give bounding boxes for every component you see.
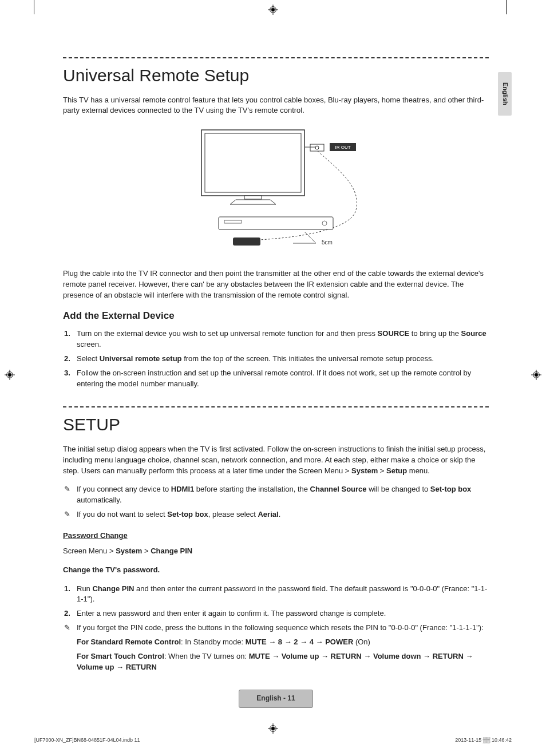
svg-rect-15: [310, 144, 324, 151]
ir-out-label: IR OUT: [335, 145, 350, 150]
intro-text: This TV has a universal remote control f…: [63, 95, 489, 117]
page-number-badge: English - 11: [239, 690, 313, 707]
svg-rect-14: [244, 196, 262, 199]
section-divider: [63, 406, 489, 407]
distance-label: 5cm: [322, 239, 333, 246]
footer-left: [UF7000-XN_ZF]BN68-04851F-04L04.indb 11: [34, 737, 140, 744]
steps-list: 1. Turn on the external device you wish …: [63, 328, 489, 389]
setup-intro: The initial setup dialog appears when th…: [63, 444, 489, 477]
list-item: If you forget the PIN code, press the bu…: [77, 623, 489, 634]
print-footer: [UF7000-XN_ZF]BN68-04851F-04L04.indb 11 …: [0, 737, 546, 750]
list-item: 3. Follow the on-screen instruction and …: [77, 368, 489, 390]
list-item: 2. Enter a new password and then enter i…: [77, 608, 489, 619]
list-item: 2. Select Universal remote setup from th…: [77, 354, 489, 365]
section-title: SETUP: [63, 412, 489, 437]
after-figure-text: Plug the cable into the TV IR connector …: [63, 268, 489, 301]
page-content: Universal Remote Setup This TV has a uni…: [0, 0, 546, 737]
registration-mark-icon: [268, 723, 278, 734]
list-item: 1. Run Change PIN and then enter the cur…: [77, 584, 489, 605]
section-divider: [63, 57, 489, 58]
svg-rect-22: [233, 238, 260, 246]
list-item: If you do not want to select Set-top box…: [77, 509, 489, 520]
subsection-title: Add the External Device: [63, 309, 489, 323]
section-title: Universal Remote Setup: [63, 63, 489, 88]
smart-remote-seq: For Smart Touch Control: When the TV tur…: [63, 651, 489, 673]
list-item: If you connect any device to HDMI1 befor…: [77, 484, 489, 506]
menu-path: Screen Menu > System > Change PIN: [63, 546, 489, 557]
footer-right: 2013-11-15 ▒▒ 10:46:42: [455, 737, 512, 744]
password-steps: 1. Run Change PIN and then enter the cur…: [63, 584, 489, 620]
pin-reset-note: If you forget the PIN code, press the bu…: [63, 623, 489, 634]
svg-rect-13: [205, 133, 301, 192]
connection-diagram: IR OUT 5cm: [63, 124, 489, 259]
password-change-heading: Password Change: [63, 531, 489, 541]
password-lead: Change the TV's password.: [63, 565, 489, 576]
notes-list: If you connect any device to HDMI1 befor…: [63, 484, 489, 520]
list-item: 1. Turn on the external device you wish …: [77, 328, 489, 350]
svg-rect-26: [271, 727, 274, 730]
standard-remote-seq: For Standard Remote Control: In Standby …: [63, 637, 489, 648]
